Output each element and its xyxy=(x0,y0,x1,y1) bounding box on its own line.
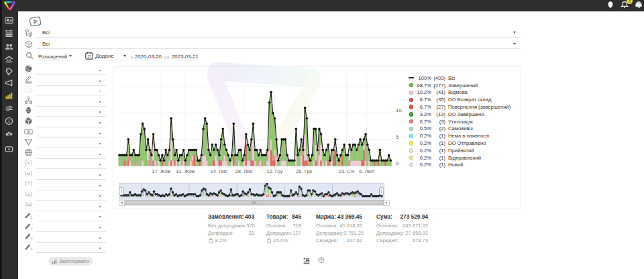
chevron-down-icon[interactable] xyxy=(99,237,101,239)
rail-item-clients[interactable] xyxy=(0,41,18,52)
sidebar-filter-underline[interactable] xyxy=(36,252,106,253)
chevron-down-icon[interactable] xyxy=(99,206,101,207)
chevron-down-icon[interactable] xyxy=(99,174,101,176)
sidebar-filter-underline[interactable] xyxy=(36,106,106,107)
list-view-icon[interactable] xyxy=(303,258,310,264)
sidebar-filter-underline[interactable] xyxy=(36,85,106,86)
chevron-down-icon[interactable] xyxy=(513,32,516,34)
chevron-down-icon[interactable] xyxy=(99,227,101,228)
chevron-down-icon[interactable] xyxy=(99,112,101,113)
chevron-down-icon[interactable] xyxy=(99,80,101,82)
sidebar-filter-underline[interactable] xyxy=(36,190,106,190)
sidebar-filter-underline[interactable] xyxy=(36,221,106,221)
sidebar-filter-underline[interactable] xyxy=(36,168,106,169)
legend-item[interactable]: 0.2%(1)Новий xyxy=(409,162,511,169)
utm-source-icon: S xyxy=(24,158,33,167)
sidebar-filter-underline[interactable] xyxy=(36,242,106,243)
legend-item[interactable]: 6.7%(27)Повернення (завершений) xyxy=(409,103,511,111)
mini-bars-icon xyxy=(52,259,57,264)
sidebar-filter-underline[interactable] xyxy=(36,127,106,127)
chart-navigator[interactable] xyxy=(119,183,386,200)
legend-label: DO Возврат склад xyxy=(448,97,491,103)
chevron-down-icon[interactable] xyxy=(123,55,126,57)
sidebar-filter-underline[interactable] xyxy=(36,74,106,75)
org-tree-icon xyxy=(24,96,33,105)
legend-dot-swatch xyxy=(409,127,414,131)
legend-item[interactable]: 0.2%(1)Відправлений xyxy=(409,154,511,162)
chevron-down-icon[interactable] xyxy=(99,154,101,155)
legend-dot-swatch xyxy=(409,156,414,160)
legend-percent: 0.2% xyxy=(416,140,431,146)
stats-sub-label: Середня: xyxy=(316,237,338,243)
legend-item[interactable]: 100%(403)Всі xyxy=(409,74,511,82)
legend-item[interactable]: 0.5%(2)Самовивіз xyxy=(409,125,511,133)
rail-item-order-list[interactable] xyxy=(0,27,18,38)
date-from-input[interactable]: 2020-03-20 xyxy=(135,54,162,60)
legend-item[interactable]: 68.7%(277)Завершений xyxy=(409,82,511,89)
svg-text:0: 0 xyxy=(396,160,399,166)
sidebar-filter-underline[interactable] xyxy=(36,148,106,148)
legend-item[interactable]: 3.2%(13)DO Завершено xyxy=(409,111,511,118)
stats-title-label: Замовлення: xyxy=(208,213,244,222)
search-mode-select[interactable]: Розширений xyxy=(38,54,67,60)
legend-item[interactable]: 8.7%(35)DO Возврат склад xyxy=(409,96,511,103)
order-list-icon xyxy=(5,29,13,38)
legend-item[interactable]: 0.2%(1)Прийнятий xyxy=(409,147,511,154)
stats-sub-value: 27 658.92 xyxy=(405,230,428,236)
rail-item-price-tag[interactable] xyxy=(0,66,18,76)
stats-sub-label: Основні: xyxy=(266,223,286,229)
chevron-down-icon[interactable] xyxy=(69,55,72,57)
chevron-down-icon[interactable] xyxy=(99,185,101,186)
date-to-label: по xyxy=(164,54,169,60)
stats-sub-value: 2 751.25 xyxy=(344,230,364,236)
sidebar-filter-underline[interactable] xyxy=(36,95,106,96)
video-hint-icon[interactable] xyxy=(29,16,42,27)
package-view-icon[interactable] xyxy=(318,257,325,264)
apply-button[interactable]: Застосувати xyxy=(48,257,93,266)
scrollbar-right-arrow[interactable] xyxy=(384,201,390,206)
rail-item-warehouse[interactable] xyxy=(0,54,18,64)
chevron-down-icon[interactable] xyxy=(99,91,101,92)
calendar-icon: 17 xyxy=(85,52,93,60)
chevron-down-icon[interactable] xyxy=(99,122,101,123)
user-icon[interactable] xyxy=(606,1,614,9)
navigator-left-handle[interactable] xyxy=(119,187,124,194)
sidebar-filter-underline[interactable] xyxy=(36,231,106,232)
chevron-down-icon[interactable] xyxy=(99,248,101,249)
legend-item[interactable]: 0.2%(1)Нема в наявності xyxy=(409,132,511,140)
navigator-right-handle[interactable] xyxy=(380,187,384,194)
legend-item[interactable]: 10.2%(41)Відмова xyxy=(409,89,511,97)
sidebar-filter-underline[interactable] xyxy=(36,211,106,211)
product-filter-value[interactable]: Всі xyxy=(42,41,50,47)
rail-item-statistics-bars[interactable] xyxy=(0,90,18,101)
support-headset-icon[interactable] xyxy=(635,1,643,9)
svg-text:?: ? xyxy=(28,87,30,92)
rail-item-settings-sliders[interactable] xyxy=(0,103,18,113)
sidebar-filter-underline[interactable] xyxy=(36,137,106,138)
sidebar-filter-underline[interactable] xyxy=(36,158,106,159)
clients-icon xyxy=(5,42,13,51)
chevron-down-icon[interactable] xyxy=(513,43,516,45)
sidebar-filter-underline[interactable] xyxy=(36,116,106,117)
date-field-select[interactable]: Додане xyxy=(95,53,114,59)
date-to-input[interactable]: 2023-03-21 xyxy=(172,54,199,60)
chevron-down-icon[interactable] xyxy=(99,133,101,134)
rail-item-partners-hands[interactable] xyxy=(0,128,18,139)
chart-scrollbar[interactable] xyxy=(119,200,390,206)
sidebar-filter-underline[interactable] xyxy=(36,179,106,180)
sidebar-filter-underline[interactable] xyxy=(36,200,106,201)
legend-item[interactable]: 0.2%(1)DO Отправлено xyxy=(409,140,511,147)
legend-item[interactable]: 0.7%(3)Утилізація xyxy=(409,118,511,125)
rail-item-marketing-megaphone[interactable] xyxy=(0,77,18,88)
stats-sub-row: Середня:107.62 xyxy=(316,237,362,244)
rail-item-dashboard-card[interactable] xyxy=(0,15,18,25)
scrollbar-thumb[interactable] xyxy=(125,201,384,205)
rail-item-video-tutorial[interactable] xyxy=(0,144,18,154)
chevron-down-icon[interactable] xyxy=(99,70,101,71)
chevron-down-icon[interactable] xyxy=(99,101,101,103)
chevron-down-icon[interactable] xyxy=(99,143,101,144)
chevron-down-icon[interactable] xyxy=(99,196,101,197)
status-filter-value[interactable]: Всі xyxy=(42,30,50,36)
scrollbar-left-arrow[interactable] xyxy=(119,201,125,206)
rail-item-info[interactable] xyxy=(0,115,18,126)
